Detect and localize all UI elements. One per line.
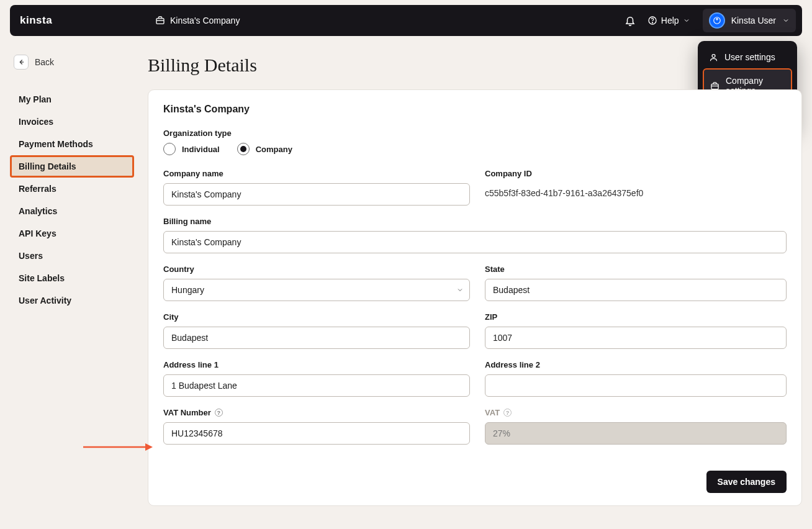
billing-name-label: Billing name (163, 217, 787, 226)
country-select[interactable] (163, 279, 470, 301)
save-button[interactable]: Save changes (706, 471, 787, 493)
save-button-label: Save changes (718, 477, 775, 487)
radio-icon (163, 143, 176, 155)
help-label: Help (661, 16, 679, 25)
nav-referrals[interactable]: Referrals (10, 178, 134, 200)
company-context[interactable]: Kinsta's Company (155, 16, 240, 25)
nav-users[interactable]: Users (10, 245, 134, 267)
zip-label: ZIP (485, 312, 787, 322)
nav-api-keys[interactable]: API Keys (10, 222, 134, 245)
nav-label: API Keys (19, 228, 56, 238)
country-label: Country (163, 264, 470, 274)
arrow-left-icon (14, 55, 29, 70)
section-title: Kinsta's Company (163, 104, 787, 115)
briefcase-icon (155, 16, 165, 25)
sidebar: Back My Plan Invoices Payment Methods Bi… (10, 55, 134, 506)
org-type-company-radio[interactable]: Company (237, 143, 292, 155)
svg-rect-1 (156, 19, 164, 24)
city-label: City (163, 312, 470, 322)
help-circle-icon[interactable]: ? (503, 409, 512, 417)
nav-user-activity[interactable]: User Activity (10, 289, 134, 312)
nav-label: Analytics (19, 206, 57, 216)
company-name-input[interactable] (163, 183, 470, 206)
help-circle-icon (647, 16, 657, 25)
zip-input[interactable] (485, 327, 787, 349)
nav-payment-methods[interactable]: Payment Methods (10, 133, 134, 155)
radio-label: Company (256, 145, 292, 154)
help-button[interactable]: Help (641, 16, 697, 25)
address2-input[interactable] (485, 374, 787, 397)
nav-label: Site Labels (19, 273, 65, 283)
top-bar: kinsta Kinsta's Company Help (10, 5, 802, 36)
billing-card: Kinsta's Company Organization type Indiv… (148, 89, 802, 506)
page-title: Billing Details (148, 55, 802, 76)
avatar (709, 12, 725, 29)
address1-input[interactable] (163, 374, 470, 397)
vat-label: VAT (485, 408, 500, 417)
city-input[interactable] (163, 327, 470, 349)
vat-number-label: VAT Number (163, 408, 211, 417)
state-label: State (485, 264, 787, 274)
nav-billing-details[interactable]: Billing Details (10, 155, 134, 178)
radio-label: Individual (182, 145, 220, 154)
back-button[interactable]: Back (14, 55, 134, 70)
chevron-down-icon (683, 17, 690, 24)
address1-label: Address line 1 (163, 360, 470, 369)
billing-name-input[interactable] (163, 231, 787, 253)
nav-label: My Plan (19, 94, 52, 104)
chevron-down-icon (782, 17, 790, 24)
help-circle-icon[interactable]: ? (215, 409, 223, 417)
main-content: Billing Details Kinsta's Company Organiz… (148, 55, 802, 506)
notifications-button[interactable] (619, 9, 641, 32)
nav-label: Billing Details (19, 161, 76, 171)
nav-label: Payment Methods (19, 139, 93, 149)
org-type-label: Organization type (163, 129, 787, 138)
nav-analytics[interactable]: Analytics (10, 200, 134, 222)
company-id-value: c55b5f3f-83ed-41b7-9161-a3a264375ef0 (485, 183, 787, 198)
nav-label: Invoices (19, 117, 53, 127)
company-context-label: Kinsta's Company (170, 16, 240, 25)
state-input[interactable] (485, 279, 787, 301)
bell-icon (625, 15, 636, 26)
nav-my-plan[interactable]: My Plan (10, 88, 134, 111)
company-name-label: Company name (163, 169, 470, 178)
address2-label: Address line 2 (485, 360, 787, 369)
svg-point-3 (652, 22, 652, 23)
radio-icon (237, 143, 250, 155)
nav-label: Referrals (19, 184, 56, 194)
user-name-label: Kinsta User (731, 16, 776, 25)
chevron-down-icon (456, 286, 464, 294)
svg-text:kinsta: kinsta (20, 15, 52, 26)
nav-site-labels[interactable]: Site Labels (10, 267, 134, 289)
org-type-individual-radio[interactable]: Individual (163, 143, 220, 155)
user-menu-button[interactable]: Kinsta User (703, 9, 796, 32)
vat-input (485, 422, 787, 445)
brand-logo: kinsta (20, 15, 56, 26)
nav-label: User Activity (19, 296, 71, 305)
vat-number-input[interactable] (163, 422, 470, 445)
nav-label: Users (19, 251, 43, 261)
back-label: Back (35, 57, 54, 67)
nav-invoices[interactable]: Invoices (10, 111, 134, 133)
company-id-label: Company ID (485, 169, 787, 178)
